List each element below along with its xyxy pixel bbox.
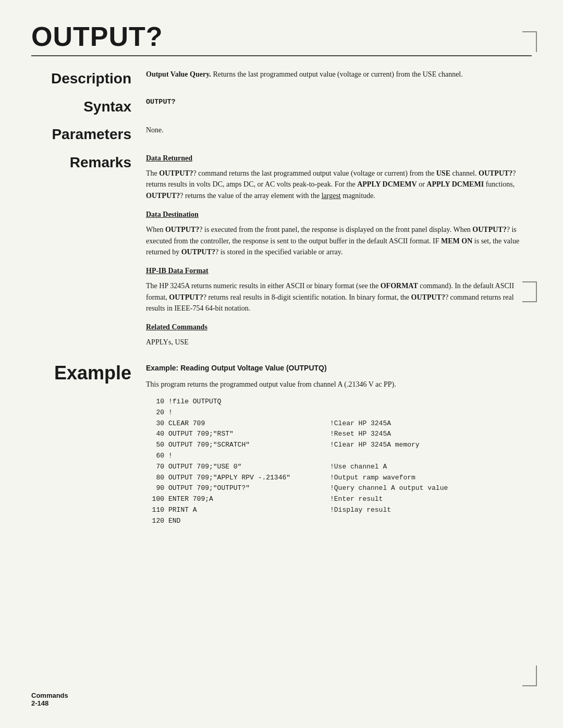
description-bold: Output Value Query. [146,70,211,78]
syntax-text: OUTPUT? [146,97,532,108]
syntax-section: Syntax OUTPUT? [31,97,532,116]
parameters-section: Parameters None. [31,125,532,143]
subsection-title-0: Data Returned [146,153,532,164]
example-intro: This program returns the programmed outp… [146,379,532,390]
code-line-10: 110PRINT A!Display result [146,505,532,516]
description-rest: Returns the last programmed output value… [211,70,463,78]
page-title: OUTPUT? [31,21,532,52]
parameters-label: Parameters [31,125,146,143]
parameters-text: None. [146,125,532,136]
corner-bracket-top-right [522,31,537,52]
code-cmd-6: OUTPUT 709;"USE 0" [168,462,330,473]
code-comment-6: !Use channel A [330,462,387,473]
code-line-1: 20! [146,408,532,418]
description-text: Output Value Query. Returns the last pro… [146,69,532,80]
code-cmd-7: OUTPUT 709;"APPLY RPV -.21346" [168,473,330,484]
example-content: Example: Reading Output Voltage Value (O… [146,363,532,527]
code-num-4: 50 [146,440,164,451]
syntax-label: Syntax [31,97,146,116]
code-line-8: 90OUTPUT 709;"OUTPUT?"!Query channel A o… [146,483,532,494]
example-subtitle: Example: Reading Output Voltage Value (O… [146,363,532,374]
syntax-content: OUTPUT? [146,97,532,113]
code-line-4: 50OUTPUT 709;"SCRATCH"!Clear HP 3245A me… [146,440,532,451]
description-content: Output Value Query. Returns the last pro… [146,69,532,85]
code-line-0: 10!file OUTPUTQ [146,397,532,408]
remarks-para-2-0: The HP 3245A returns numeric results in … [146,280,532,314]
remarks-para-0-0: The OUTPUT?? command returns the last pr… [146,168,532,202]
subsection-title-1: Data Destination [146,209,532,220]
code-line-2: 30CLEAR 709!Clear HP 3245A [146,418,532,429]
code-cmd-8: OUTPUT 709;"OUTPUT?" [168,483,330,494]
code-num-10: 110 [146,505,164,516]
code-comment-4: !Clear HP 3245A memory [330,440,420,451]
example-label: Example [31,363,146,384]
subsection-title-3: Related Commands [146,322,532,332]
corner-bracket-mid-right [522,281,537,302]
title-rule [31,55,532,56]
code-cmd-0: !file OUTPUTQ [168,397,330,408]
code-num-6: 70 [146,462,164,473]
code-cmd-2: CLEAR 709 [168,418,330,429]
code-cmd-11: END [168,516,330,527]
code-cmd-5: ! [168,451,330,462]
code-line-6: 70OUTPUT 709;"USE 0"!Use channel A [146,462,532,473]
code-num-0: 10 [146,397,164,408]
parameters-content: None. [146,125,532,141]
subsection-title-2: HP-IB Data Format [146,265,532,276]
code-comment-8: !Query channel A output value [330,483,448,494]
example-section: Example Example: Reading Output Voltage … [31,363,532,527]
code-comment-3: !Reset HP 3245A [330,429,391,440]
code-cmd-10: PRINT A [168,505,330,516]
code-num-2: 30 [146,418,164,429]
footer-line2: 2-148 [31,699,68,707]
code-num-9: 100 [146,494,164,505]
code-num-8: 90 [146,483,164,494]
code-cmd-9: ENTER 709;A [168,494,330,505]
code-cmd-1: ! [168,408,330,418]
code-comment-2: !Clear HP 3245A [330,418,391,429]
description-section: Description Output Value Query. Returns … [31,69,532,88]
code-line-11: 120END [146,516,532,527]
code-num-1: 20 [146,408,164,418]
remarks-content: Data ReturnedThe OUTPUT?? command return… [146,153,532,353]
example-code-block: 10!file OUTPUTQ20!30CLEAR 709!Clear HP 3… [146,397,532,527]
code-line-3: 40OUTPUT 709;"RST"!Reset HP 3245A [146,429,532,440]
footer: Commands 2-148 [31,692,68,707]
corner-bracket-bottom-right [522,665,537,686]
code-num-11: 120 [146,516,164,527]
remarks-para-1-0: When OUTPUT?? is executed from the front… [146,224,532,258]
code-num-7: 80 [146,473,164,484]
footer-line1: Commands [31,692,68,699]
code-line-7: 80OUTPUT 709;"APPLY RPV -.21346"!Output … [146,473,532,484]
code-comment-9: !Enter result [330,494,383,505]
code-num-5: 60 [146,451,164,462]
code-cmd-3: OUTPUT 709;"RST" [168,429,330,440]
remarks-label: Remarks [31,153,146,171]
remarks-section: Remarks Data ReturnedThe OUTPUT?? comman… [31,153,532,353]
code-comment-10: !Display result [330,505,391,516]
code-line-9: 100ENTER 709;A!Enter result [146,494,532,505]
code-num-3: 40 [146,429,164,440]
description-label: Description [31,69,146,88]
code-line-5: 60! [146,451,532,462]
remarks-para-3-0: APPLYs, USE [146,337,532,348]
content-area: Description Output Value Query. Returns … [31,69,532,536]
code-comment-7: !Output ramp waveform [330,473,415,484]
code-cmd-4: OUTPUT 709;"SCRATCH" [168,440,330,451]
